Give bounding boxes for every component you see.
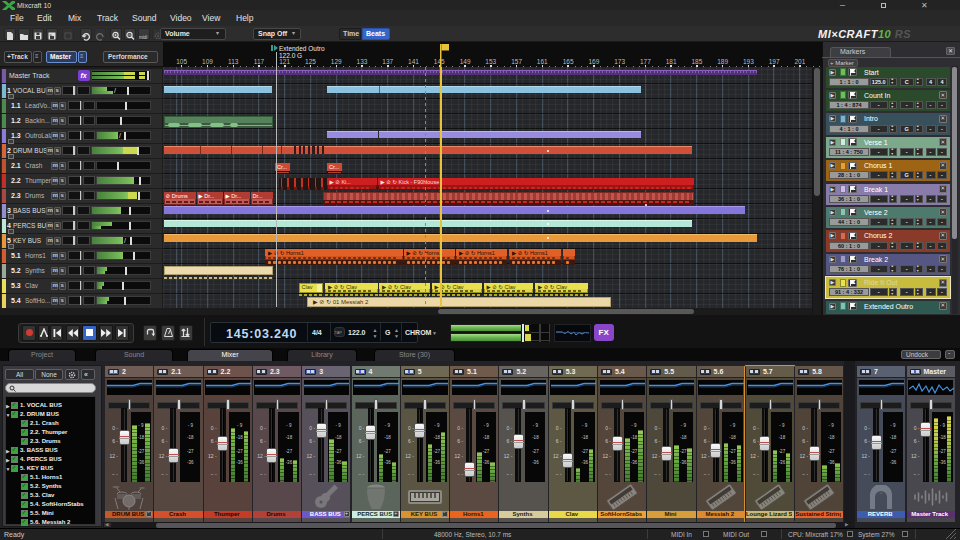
svg-text:midi: midi [139, 35, 147, 40]
